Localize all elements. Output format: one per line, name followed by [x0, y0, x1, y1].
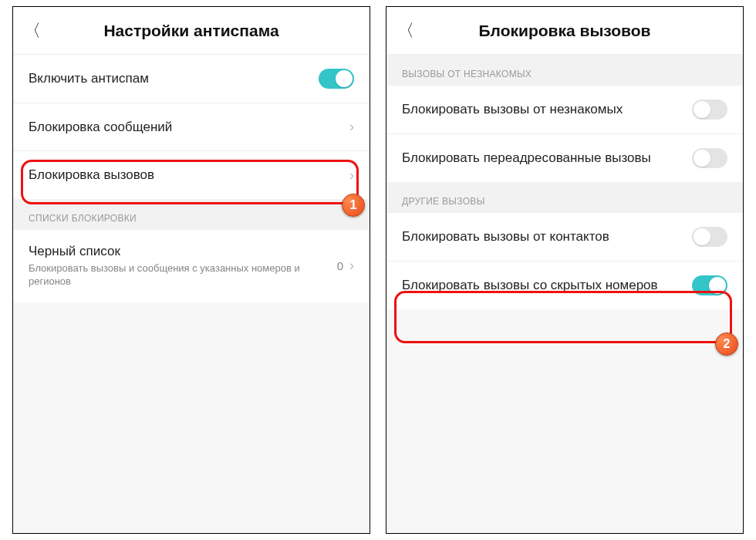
- row-block-contacts[interactable]: Блокировать вызовы от контактов: [386, 213, 743, 262]
- page-title: Блокировка вызовов: [397, 22, 732, 40]
- label-unknown: Блокировать вызовы от незнакомых: [402, 102, 692, 117]
- label-msg-block: Блокировка сообщений: [29, 120, 349, 135]
- label-forwarded: Блокировать переадресованные вызовы: [402, 150, 692, 166]
- section-unknown: ВЫЗОВЫ ОТ НЕЗНАКОМЫХ: [386, 55, 743, 86]
- row-message-block[interactable]: Блокировка сообщений ›: [13, 103, 370, 151]
- label-contacts: Блокировать вызовы от контактов: [402, 229, 692, 245]
- toggle-hidden[interactable]: [692, 275, 727, 295]
- phone-right: 〈 Блокировка вызовов ВЫЗОВЫ ОТ НЕЗНАКОМЫ…: [386, 6, 744, 534]
- toggle-unknown[interactable]: [692, 100, 727, 120]
- toggle-enable[interactable]: [319, 69, 354, 89]
- label-blacklist: Черный список: [29, 244, 337, 259]
- step-badge-1: 1: [342, 194, 365, 217]
- label-call-block: Блокировка вызовов: [29, 167, 349, 183]
- page-title: Настройки антиспама: [24, 22, 359, 40]
- row-block-hidden[interactable]: Блокировать вызовы со скрытых номеров: [386, 262, 743, 309]
- step-badge-2: 2: [715, 332, 738, 356]
- chevron-right-icon: ›: [349, 119, 354, 135]
- phone-left: 〈 Настройки антиспама Включить антиспам …: [12, 6, 370, 534]
- toggle-contacts[interactable]: [692, 227, 727, 247]
- label-hidden: Блокировать вызовы со скрытых номеров: [402, 278, 692, 293]
- header-right: 〈 Блокировка вызовов: [386, 7, 743, 55]
- label-enable: Включить антиспам: [29, 71, 319, 86]
- row-block-unknown[interactable]: Блокировать вызовы от незнакомых: [386, 86, 743, 134]
- section-other: ДРУГИЕ ВЫЗОВЫ: [386, 182, 743, 213]
- row-enable-antispam[interactable]: Включить антиспам: [13, 55, 370, 103]
- sub-blacklist: Блокировать вызовы и сообщения с указанн…: [29, 262, 337, 289]
- row-call-block[interactable]: Блокировка вызовов ›: [13, 151, 370, 199]
- row-block-forwarded[interactable]: Блокировать переадресованные вызовы: [386, 134, 743, 182]
- row-blacklist[interactable]: Черный список Блокировать вызовы и сообщ…: [13, 230, 370, 302]
- blacklist-count: 0: [337, 259, 343, 272]
- section-blocklists: СПИСКИ БЛОКИРОВКИ: [13, 199, 370, 230]
- chevron-right-icon: ›: [349, 167, 354, 184]
- toggle-forwarded[interactable]: [692, 148, 727, 168]
- header-left: 〈 Настройки антиспама: [13, 7, 370, 55]
- chevron-right-icon: ›: [349, 258, 354, 274]
